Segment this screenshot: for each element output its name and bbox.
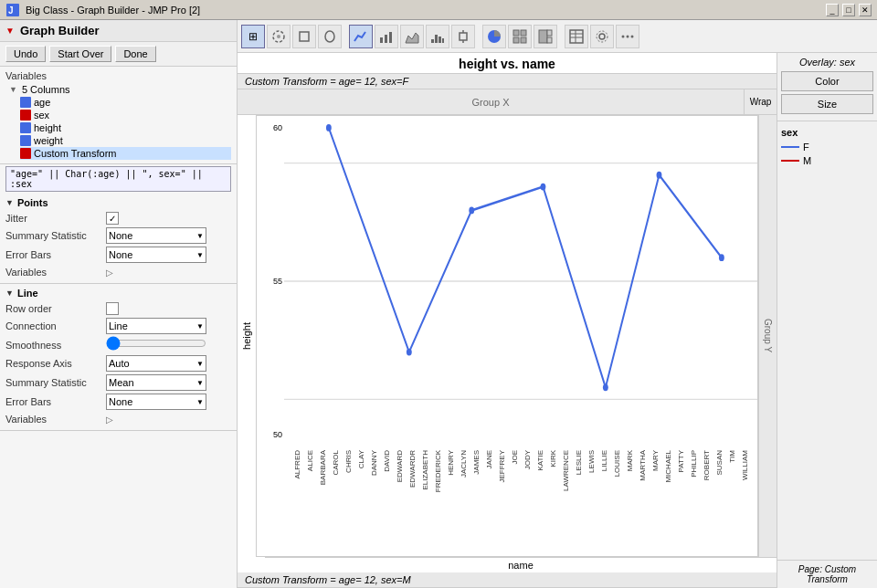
svg-rect-10 bbox=[431, 39, 434, 43]
svg-rect-22 bbox=[539, 30, 547, 43]
overlay-title: Overlay: sex bbox=[781, 57, 873, 68]
graph-content: height vs. name Custom Transform = age= … bbox=[238, 53, 877, 588]
line-label: Line bbox=[17, 288, 38, 299]
svg-rect-21 bbox=[521, 37, 526, 43]
icon-bar-chart[interactable] bbox=[375, 25, 398, 48]
icon-grid[interactable] bbox=[508, 25, 532, 48]
points-summary-text: None bbox=[109, 230, 132, 241]
undo-button[interactable]: Undo bbox=[5, 46, 46, 62]
points-variables-triangle[interactable]: ▷ bbox=[106, 268, 113, 278]
svg-point-32 bbox=[627, 35, 629, 37]
x-names: ALFREDALICEBARBARACAROLCHRISCLAYDANNYDAV… bbox=[284, 446, 757, 556]
wrap-zone[interactable]: Wrap bbox=[744, 89, 777, 114]
var-sex[interactable]: sex bbox=[20, 109, 231, 121]
y-tick-50: 50 bbox=[259, 430, 282, 439]
connection-arrow: ▼ bbox=[196, 322, 204, 331]
jitter-row: Jitter bbox=[5, 212, 231, 225]
age-icon bbox=[20, 97, 31, 108]
svg-point-3 bbox=[277, 35, 280, 38]
svg-rect-18 bbox=[513, 30, 519, 36]
sidebar: ▼ Graph Builder Undo Start Over Done Var… bbox=[0, 20, 238, 588]
icon-histogram[interactable] bbox=[426, 25, 449, 48]
var-height[interactable]: height bbox=[20, 121, 231, 134]
group-x-zone[interactable]: Group X bbox=[238, 89, 744, 114]
icon-pie[interactable] bbox=[482, 25, 506, 48]
jitter-label: Jitter bbox=[5, 213, 106, 224]
smoothness-value bbox=[106, 337, 231, 352]
icon-more[interactable] bbox=[616, 25, 639, 48]
graph-body-row: height 60 55 50 bbox=[238, 115, 777, 557]
smoothness-slider[interactable] bbox=[106, 337, 206, 350]
points-errors-arrow: ▼ bbox=[196, 251, 204, 259]
jitter-checkbox[interactable] bbox=[106, 212, 119, 225]
icon-data-table[interactable] bbox=[565, 25, 588, 48]
page-section: Page: Custom Transform bbox=[777, 560, 877, 588]
icon-treemap[interactable] bbox=[534, 25, 557, 48]
line-variables-row: Variables ▷ bbox=[5, 413, 231, 425]
svg-rect-6 bbox=[380, 37, 383, 43]
points-summary-dropdown[interactable]: None ▼ bbox=[106, 227, 206, 244]
icon-hand[interactable] bbox=[318, 25, 342, 48]
line-variables-triangle[interactable]: ▷ bbox=[106, 415, 113, 425]
maximize-button[interactable]: □ bbox=[842, 4, 855, 16]
app-icon: J bbox=[5, 3, 20, 17]
icon-lasso[interactable] bbox=[267, 25, 291, 48]
app-body: ▼ Graph Builder Undo Start Over Done Var… bbox=[0, 20, 877, 588]
x-name-elizabeth: ELIZABETH bbox=[421, 450, 434, 490]
line-header[interactable]: ▼ Line bbox=[5, 288, 231, 299]
connection-dropdown[interactable]: Line ▼ bbox=[106, 318, 206, 334]
size-button[interactable]: Size bbox=[781, 94, 873, 114]
svg-point-41 bbox=[603, 383, 608, 391]
page-label: Page: Custom Transform bbox=[798, 564, 856, 584]
var-sex-label: sex bbox=[34, 110, 49, 121]
points-header[interactable]: ▼ Points bbox=[5, 197, 231, 208]
line-summary-value: Mean ▼ bbox=[106, 374, 231, 391]
icon-select[interactable]: ⊞ bbox=[241, 25, 265, 48]
start-over-button[interactable]: Start Over bbox=[49, 46, 111, 62]
window-controls: _ □ ✕ bbox=[826, 4, 872, 16]
legend-section: sex F M bbox=[777, 121, 877, 174]
svg-rect-14 bbox=[460, 33, 467, 40]
columns-expand-icon[interactable]: ▼ bbox=[9, 85, 17, 94]
svg-rect-8 bbox=[389, 32, 392, 43]
icon-box-plot[interactable] bbox=[451, 25, 475, 48]
x-name-martha: MARTHA bbox=[639, 450, 651, 481]
done-button[interactable]: Done bbox=[115, 46, 155, 62]
chart-plot-area[interactable]: 60 55 50 bbox=[256, 115, 758, 557]
line-errors-dropdown[interactable]: None ▼ bbox=[106, 394, 206, 410]
close-button[interactable]: ✕ bbox=[859, 4, 872, 16]
svg-rect-11 bbox=[435, 35, 438, 43]
icon-line-chart[interactable] bbox=[349, 25, 373, 48]
graph-main: height vs. name Custom Transform = age= … bbox=[238, 53, 777, 588]
points-errors-dropdown[interactable]: None ▼ bbox=[106, 247, 206, 263]
x-name-louise: LOUISE bbox=[613, 450, 626, 477]
x-name-james: JAMES bbox=[472, 450, 485, 475]
x-name-kirk: KIRK bbox=[549, 450, 562, 467]
points-errors-value: None ▼ bbox=[106, 247, 231, 263]
points-label: Points bbox=[17, 197, 48, 208]
line-summary-row: Summary Statistic Mean ▼ bbox=[5, 374, 231, 391]
y-label-area: height bbox=[238, 115, 256, 557]
formula-bar-top: Custom Transform = age= 12, sex=F bbox=[238, 74, 777, 89]
window-title: Big Class - Graph Builder - JMP Pro [2] bbox=[26, 5, 826, 16]
minimize-button[interactable]: _ bbox=[826, 4, 839, 16]
var-custom-transform[interactable]: Custom Transform bbox=[20, 147, 231, 160]
collapse-icon[interactable]: ▼ bbox=[5, 26, 15, 36]
row-order-checkbox[interactable] bbox=[106, 302, 119, 315]
x-name-clay: CLAY bbox=[357, 450, 370, 468]
color-button[interactable]: Color bbox=[781, 71, 873, 91]
icon-brush[interactable] bbox=[292, 25, 316, 48]
svg-point-5 bbox=[325, 31, 334, 42]
graph-area: ⊞ bbox=[238, 20, 877, 588]
x-name-susan: SUSAN bbox=[715, 450, 728, 476]
response-axis-dropdown[interactable]: Auto ▼ bbox=[106, 355, 206, 372]
graph-title: height vs. name bbox=[238, 53, 777, 74]
var-weight[interactable]: weight bbox=[20, 134, 231, 147]
icon-area-chart[interactable] bbox=[400, 25, 424, 48]
group-y-zone[interactable]: Group Y bbox=[758, 115, 777, 557]
icon-settings[interactable] bbox=[590, 25, 614, 48]
points-variables-row: Variables ▷ bbox=[5, 266, 231, 278]
svg-rect-7 bbox=[385, 35, 387, 43]
var-age[interactable]: age bbox=[20, 96, 231, 109]
line-summary-dropdown[interactable]: Mean ▼ bbox=[106, 374, 206, 391]
